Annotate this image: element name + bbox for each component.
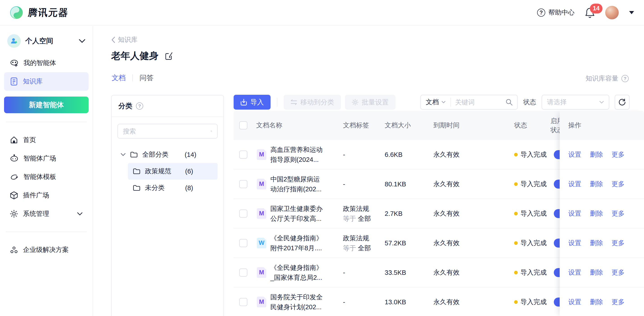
import-button[interactable]: 导入 bbox=[234, 95, 270, 110]
cube-icon bbox=[10, 191, 18, 200]
move-label: 移动到分类 bbox=[300, 98, 334, 107]
doc-name[interactable]: 国家卫生健康委办 公厅关于印发高... bbox=[270, 204, 339, 223]
sidebar-item-enterprise-solutions[interactable]: 企业级解决方案 bbox=[4, 241, 88, 259]
sidebar-item-label: 我的智能体 bbox=[24, 58, 83, 68]
row-checkbox[interactable] bbox=[239, 151, 247, 159]
robot-face-icon bbox=[10, 154, 18, 163]
doc-tag: - bbox=[343, 297, 345, 307]
delete-link[interactable]: 删除 bbox=[590, 268, 603, 277]
sidebar-item-system-management[interactable]: 系统管理 bbox=[4, 205, 88, 223]
refresh-button[interactable] bbox=[615, 95, 630, 110]
orbit-icon bbox=[10, 173, 18, 181]
settings-link[interactable]: 设置 bbox=[568, 268, 581, 277]
robot-star-icon bbox=[10, 59, 18, 67]
row-checkbox[interactable] bbox=[239, 269, 247, 277]
sidebar-item-label: 系统管理 bbox=[23, 209, 72, 218]
divider bbox=[277, 98, 277, 107]
category-search-input[interactable] bbox=[123, 128, 208, 135]
home-icon bbox=[10, 136, 18, 144]
divider bbox=[6, 232, 87, 232]
chevron-down-icon bbox=[442, 101, 446, 104]
tree-item-policy[interactable]: 政策规范 (6) bbox=[128, 163, 218, 180]
settings-link[interactable]: 设置 bbox=[568, 209, 581, 218]
edit-icon[interactable] bbox=[164, 51, 173, 60]
settings-link[interactable]: 设置 bbox=[568, 150, 581, 159]
sidebar-item-agent-plaza[interactable]: 智能体广场 bbox=[4, 149, 88, 168]
knowledge-capacity[interactable]: 知识库容量 ? bbox=[586, 74, 629, 83]
topbar: 腾讯元器 ? 帮助中心 14 bbox=[0, 0, 644, 25]
sidebar-item-label: 企业级解决方案 bbox=[23, 245, 83, 254]
delete-link[interactable]: 删除 bbox=[590, 298, 603, 307]
doc-name[interactable]: 《全民健身指南》 附件2017年8月.... bbox=[270, 233, 339, 253]
more-link[interactable]: 更多 bbox=[612, 298, 624, 307]
tree-item-all[interactable]: 全部分类 (14) bbox=[118, 146, 218, 163]
help-center-link[interactable]: ? 帮助中心 bbox=[537, 8, 574, 17]
doc-name[interactable]: 国务院关于印发全 民健身计划(202... bbox=[270, 292, 339, 312]
file-type-icon: M bbox=[257, 149, 266, 160]
status-filter-select[interactable]: 请选择 bbox=[542, 95, 609, 110]
tag-operator: 等于 bbox=[343, 215, 358, 222]
doc-name[interactable]: 中国2型糖尿病运 动治疗指南(202... bbox=[270, 174, 339, 194]
sidebar-item-knowledge-base[interactable]: 知识库 bbox=[4, 72, 88, 91]
capacity-label: 知识库容量 bbox=[586, 74, 618, 83]
row-checkbox[interactable] bbox=[239, 209, 247, 218]
more-link[interactable]: 更多 bbox=[612, 268, 624, 277]
search-type-dropdown[interactable]: 文档 bbox=[421, 98, 451, 107]
delete-link[interactable]: 删除 bbox=[590, 209, 603, 218]
tab-qa[interactable]: 问答 bbox=[140, 73, 154, 83]
delete-link[interactable]: 删除 bbox=[590, 150, 603, 159]
status-text: 导入完成 bbox=[520, 209, 546, 218]
doc-expiry: 永久有效 bbox=[434, 180, 460, 189]
file-type-icon: M bbox=[257, 267, 266, 278]
search-type-value: 文档 bbox=[426, 98, 439, 107]
select-all-checkbox[interactable] bbox=[239, 121, 247, 129]
search-icon[interactable] bbox=[506, 99, 513, 106]
sidebar-item-plugin-plaza[interactable]: 插件广场 bbox=[4, 186, 88, 205]
notifications-button[interactable]: 14 bbox=[585, 7, 595, 18]
row-checkbox[interactable] bbox=[239, 239, 247, 247]
doc-size: 13.0KB bbox=[385, 298, 406, 306]
settings-link[interactable]: 设置 bbox=[568, 239, 581, 248]
sidebar: 个人空间 我的智能体 知识库 新建智能体 首页 智能体广场 智能体模板 bbox=[0, 26, 93, 316]
sidebar-item-label: 知识库 bbox=[23, 77, 83, 86]
chevron-down-icon[interactable] bbox=[629, 11, 634, 14]
row-checkbox[interactable] bbox=[239, 298, 247, 306]
page-title: 老年人健身 bbox=[111, 49, 158, 62]
more-link[interactable]: 更多 bbox=[612, 150, 624, 159]
avatar[interactable] bbox=[605, 6, 619, 19]
more-link[interactable]: 更多 bbox=[612, 239, 624, 248]
tree-item-uncategorized[interactable]: 未分类 (8) bbox=[128, 180, 218, 196]
doc-size: 57.2KB bbox=[385, 239, 406, 247]
workspace-switcher[interactable]: 个人空间 bbox=[4, 33, 88, 49]
col-doc-tag: 文档标签 bbox=[343, 121, 369, 130]
delete-link[interactable]: 删除 bbox=[590, 180, 603, 189]
move-to-category-button[interactable]: 移动到分类 bbox=[284, 95, 341, 110]
more-link[interactable]: 更多 bbox=[612, 180, 624, 189]
settings-link[interactable]: 设置 bbox=[568, 298, 581, 307]
swap-icon bbox=[290, 99, 297, 105]
tree-item-count: (6) bbox=[185, 168, 193, 175]
sidebar-item-agent-templates[interactable]: 智能体模板 bbox=[4, 168, 88, 186]
keyword-input[interactable] bbox=[451, 99, 506, 106]
doc-name[interactable]: 《全民健身指南》 _国家体育总局2... bbox=[270, 263, 339, 283]
breadcrumb-back[interactable]: 知识库 bbox=[111, 35, 138, 44]
brand-name: 腾讯元器 bbox=[28, 6, 69, 19]
new-agent-button[interactable]: 新建智能体 bbox=[4, 97, 88, 113]
file-type-icon: M bbox=[257, 208, 266, 219]
settings-link[interactable]: 设置 bbox=[568, 180, 581, 189]
delete-link[interactable]: 删除 bbox=[590, 239, 603, 248]
tab-documents[interactable]: 文档 bbox=[112, 73, 126, 83]
chevron-down-icon[interactable] bbox=[121, 153, 126, 156]
tag-operator: 等于 bbox=[343, 244, 358, 252]
doc-size: 33.5KB bbox=[385, 269, 406, 276]
category-tree: 全部分类 (14) 政策规范 (6) 未分类 (8) bbox=[118, 146, 218, 196]
doc-name[interactable]: 高血压营养和运动 指导原则(2024... bbox=[270, 145, 339, 164]
batch-settings-button[interactable]: 批量设置 bbox=[345, 95, 396, 110]
folder-icon bbox=[130, 152, 138, 158]
sidebar-item-my-agents[interactable]: 我的智能体 bbox=[4, 54, 88, 72]
row-checkbox[interactable] bbox=[239, 180, 247, 188]
sidebar-item-home[interactable]: 首页 bbox=[4, 131, 88, 149]
refresh-icon bbox=[618, 98, 626, 106]
doc-tag: - bbox=[343, 150, 345, 159]
more-link[interactable]: 更多 bbox=[612, 209, 624, 218]
